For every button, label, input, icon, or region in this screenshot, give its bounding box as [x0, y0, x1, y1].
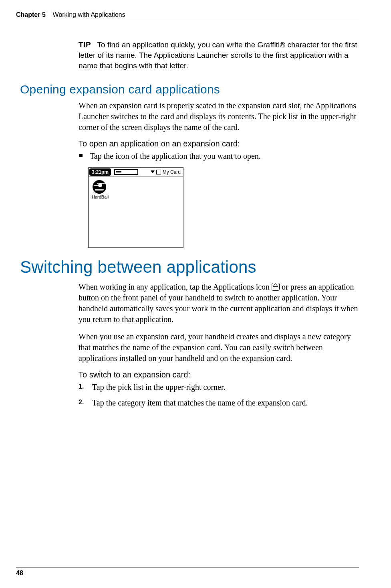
- device-statusbar: 3:21pm My Card: [89, 168, 183, 177]
- section1-bullet: Tap the icon of the application that you…: [79, 151, 359, 162]
- tip-text: To find an application quickly, you can …: [79, 41, 357, 70]
- section-heading-expansion: Opening expansion card applications: [20, 83, 359, 96]
- device-time: 3:21pm: [89, 168, 111, 176]
- section2-para2: When you use an expansion card, your han…: [79, 331, 359, 364]
- device-screenshot: 3:21pm My Card HardBall: [88, 167, 183, 248]
- tip-block: TIP To find an application quickly, you …: [79, 40, 359, 71]
- category-picklist[interactable]: My Card: [151, 169, 181, 175]
- dropdown-icon: [151, 170, 155, 173]
- card-icon: [156, 170, 161, 174]
- picklist-label: My Card: [163, 169, 181, 175]
- tip-label: TIP: [79, 41, 91, 49]
- applications-icon: [272, 283, 280, 291]
- section2-para1: When working in any application, tap the…: [79, 282, 359, 325]
- app-label-hardball: HardBall: [92, 195, 180, 199]
- section2-runin: To switch to an expansion card:: [79, 370, 359, 379]
- chapter-title: Working with Applications: [53, 11, 125, 18]
- step-2: Tap the category item that matches the n…: [79, 397, 359, 408]
- step-1: Tap the pick list in the upper-right cor…: [79, 382, 359, 393]
- running-header: Chapter 5 Working with Applications: [16, 11, 359, 21]
- section1-runin: To open an application on an expansion c…: [79, 139, 359, 148]
- page-footer: 48: [16, 568, 359, 577]
- page-number: 48: [16, 570, 23, 576]
- app-icon-hardball[interactable]: [93, 180, 106, 194]
- section-heading-switching: Switching between applications: [20, 258, 359, 277]
- section1-paragraph: When an expansion card is properly seate…: [79, 100, 359, 133]
- chapter-label: Chapter 5: [16, 11, 46, 18]
- battery-icon: [114, 169, 138, 175]
